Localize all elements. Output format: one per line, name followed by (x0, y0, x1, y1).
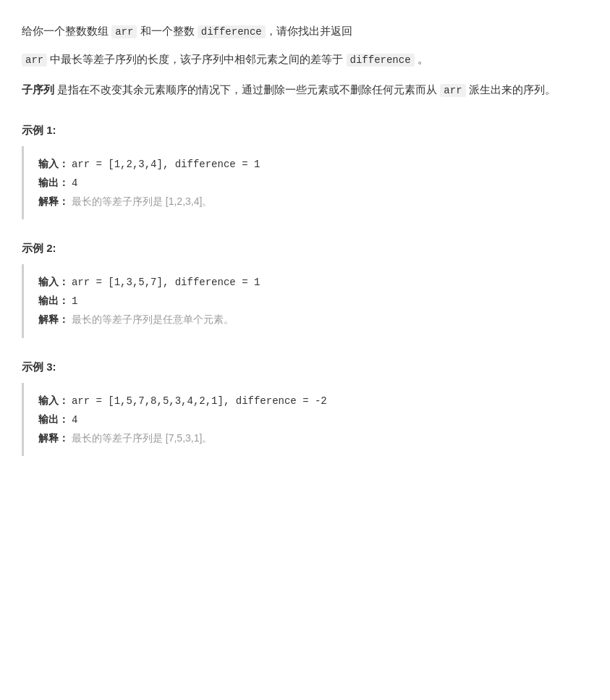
example-3-title: 示例 3: (22, 358, 588, 376)
example-1-output: 输出： 4 (38, 174, 574, 193)
example-2-content: 输入： arr = [1,3,5,7], difference = 1 输出： … (22, 264, 588, 338)
desc-text-6: 是指在不改变其余元素顺序的情况下，通过删除一些元素或不删除任何元素而从 (54, 83, 440, 96)
example-3: 示例 3: 输入： arr = [1,5,7,8,5,3,4,2,1], dif… (22, 358, 588, 457)
problem-description: 给你一个整数数组 arr 和一个整数 difference，请你找出并返回 ar… (22, 22, 588, 100)
example-2-input: 输入： arr = [1,3,5,7], difference = 1 (38, 273, 574, 292)
explain-text-2: 最长的等差子序列是任意单个元素。 (72, 313, 234, 325)
input-label-3: 输入： (38, 395, 69, 406)
difference-code-1: difference (198, 25, 266, 38)
arr-code-2: arr (22, 54, 47, 67)
description-paragraph-1: 给你一个整数数组 arr 和一个整数 difference，请你找出并返回 ar… (22, 22, 588, 69)
example-3-output: 输出： 4 (38, 410, 574, 429)
example-1: 示例 1: 输入： arr = [1,2,3,4], difference = … (22, 122, 588, 220)
example-3-content: 输入： arr = [1,5,7,8,5,3,4,2,1], differenc… (22, 383, 588, 457)
arr-code-1: arr (111, 25, 137, 38)
desc-text-1: 给你一个整数数组 (22, 25, 111, 37)
explain-text-3: 最长的等差子序列是 [7,5,3,1]。 (72, 432, 212, 444)
example-2: 示例 2: 输入： arr = [1,3,5,7], difference = … (22, 240, 588, 338)
input-value-3: arr = [1,5,7,8,5,3,4,2,1], difference = … (72, 395, 327, 407)
output-value-1: 4 (72, 177, 77, 189)
subsequence-term: 子序列 (22, 83, 54, 96)
desc-text-5: 。 (415, 53, 428, 65)
explain-text-1: 最长的等差子序列是 [1,2,3,4]。 (72, 195, 212, 207)
explain-label-1: 解释： (38, 195, 69, 207)
input-value-2: arr = [1,3,5,7], difference = 1 (72, 277, 260, 288)
example-1-input: 输入： arr = [1,2,3,4], difference = 1 (38, 155, 574, 174)
example-3-explain: 解释： 最长的等差子序列是 [7,5,3,1]。 (38, 429, 574, 447)
output-label-3: 输出： (38, 413, 69, 425)
example-1-title: 示例 1: (22, 122, 588, 139)
description-paragraph-2: 子序列 是指在不改变其余元素顺序的情况下，通过删除一些元素或不删除任何元素而从 … (22, 80, 588, 100)
difference-code-2: difference (347, 54, 415, 67)
input-label-2: 输入： (38, 276, 69, 287)
input-value-1: arr = [1,2,3,4], difference = 1 (72, 159, 260, 170)
output-value-3: 4 (72, 414, 77, 426)
output-label-1: 输出： (38, 177, 69, 188)
output-value-2: 1 (72, 295, 77, 307)
example-1-content: 输入： arr = [1,2,3,4], difference = 1 输出： … (22, 146, 588, 220)
input-label-1: 输入： (38, 158, 69, 169)
example-3-input: 输入： arr = [1,5,7,8,5,3,4,2,1], differenc… (38, 392, 574, 410)
desc-text-4: 中最长等差子序列的长度，该子序列中相邻元素之间的差等于 (47, 53, 346, 65)
explain-label-2: 解释： (38, 313, 69, 325)
arr-code-3: arr (440, 84, 465, 97)
desc-text-2: 和一个整数 (137, 25, 197, 37)
example-2-output: 输出： 1 (38, 292, 574, 311)
output-label-2: 输出： (38, 295, 69, 306)
example-2-title: 示例 2: (22, 240, 588, 257)
explain-label-3: 解释： (38, 432, 69, 444)
examples-section: 示例 1: 输入： arr = [1,2,3,4], difference = … (22, 122, 588, 457)
example-2-explain: 解释： 最长的等差子序列是任意单个元素。 (38, 311, 574, 329)
desc-text-3: ，请你找出并返回 (266, 25, 352, 37)
example-1-explain: 解释： 最长的等差子序列是 [1,2,3,4]。 (38, 193, 574, 211)
desc-text-7: 派生出来的序列。 (466, 83, 556, 96)
